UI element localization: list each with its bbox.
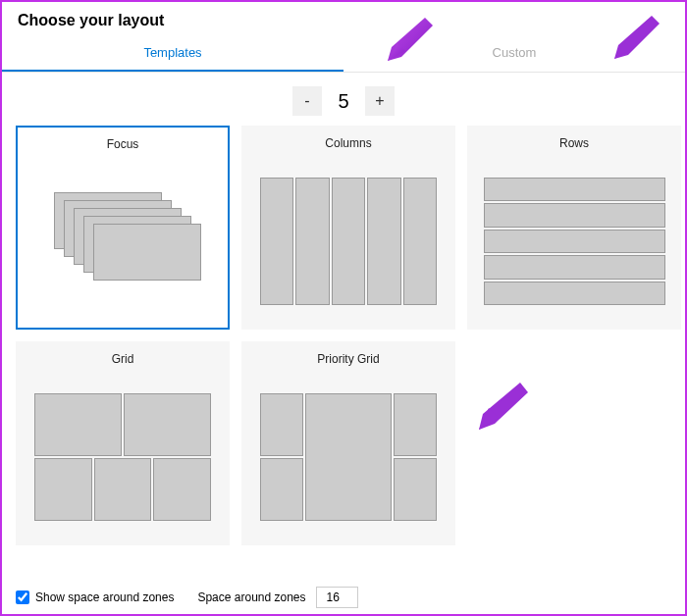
template-preview	[468, 164, 680, 329]
templates-grid: Focus Columns Rows Grid	[2, 126, 685, 545]
template-preview	[18, 165, 228, 328]
tabs: Templates Custom	[2, 35, 685, 73]
show-space-checkbox-label[interactable]: Show space around zones	[16, 590, 174, 604]
decrement-button[interactable]: -	[292, 86, 322, 116]
increment-button[interactable]: +	[365, 86, 395, 116]
template-columns[interactable]: Columns	[241, 126, 455, 330]
template-focus[interactable]: Focus	[16, 126, 230, 330]
space-around-label: Space around zones	[197, 590, 305, 604]
show-space-text: Show space around zones	[35, 590, 174, 604]
template-rows[interactable]: Rows	[467, 126, 681, 330]
page-title: Choose your layout	[18, 12, 669, 29]
template-title: Grid	[112, 352, 134, 366]
template-priority-grid[interactable]: Priority Grid	[241, 341, 455, 545]
template-title: Rows	[559, 136, 589, 150]
template-preview	[242, 164, 454, 329]
show-space-checkbox[interactable]	[16, 590, 29, 604]
footer: Show space around zones Space around zon…	[16, 587, 358, 608]
template-preview	[242, 380, 454, 544]
tab-templates[interactable]: Templates	[2, 35, 344, 72]
template-preview	[17, 380, 229, 544]
template-title: Columns	[325, 136, 371, 150]
tab-custom[interactable]: Custom	[344, 35, 685, 72]
zone-count-value: 5	[328, 90, 359, 113]
template-grid[interactable]: Grid	[16, 341, 230, 545]
zone-count-stepper: - 5 +	[2, 73, 685, 126]
space-around-input[interactable]: 16	[316, 587, 358, 608]
template-title: Focus	[107, 137, 139, 151]
template-title: Priority Grid	[317, 352, 379, 366]
